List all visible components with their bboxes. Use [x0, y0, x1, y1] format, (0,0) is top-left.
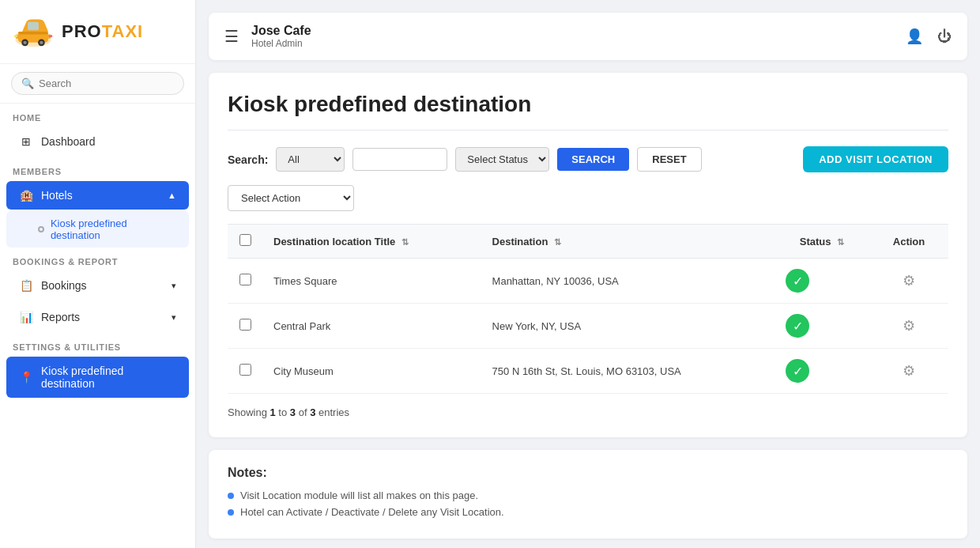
hamburger-menu-icon[interactable]: ☰ [224, 27, 239, 46]
row-checkbox-cell [228, 259, 262, 304]
note-dot-icon [228, 509, 234, 516]
page-title: Kiosk predefined destination [228, 92, 948, 130]
status-select[interactable]: Select Status Active Inactive [455, 147, 549, 172]
svg-rect-10 [14, 35, 17, 37]
row-title: Times Square [262, 259, 481, 304]
reset-button[interactable]: RESET [637, 147, 701, 172]
dashboard-icon: ⊞ [19, 135, 33, 148]
status-active-icon: ✓ [786, 314, 809, 338]
col-checkbox [228, 225, 262, 259]
row-action: ⚙ [869, 349, 948, 394]
col-destination-sort-icon[interactable]: ⇅ [554, 237, 561, 247]
sidebar-item-reports-label: Reports [41, 311, 164, 323]
status-active-icon: ✓ [786, 269, 809, 293]
main-content: ☰ Jose Cafe Hotel Admin 👤 ⏻ Kiosk predef… [196, 0, 980, 548]
bookings-icon: 📋 [19, 279, 33, 292]
sidebar-item-dashboard[interactable]: ⊞ Dashboard [6, 127, 189, 156]
add-visit-location-button[interactable]: ADD VISIT LOCATION [803, 146, 948, 172]
row-checkbox[interactable] [239, 319, 251, 331]
row-destination: New York, NY, USA [481, 304, 775, 349]
row-title: City Museum [262, 349, 481, 394]
topbar-left: ☰ Jose Cafe Hotel Admin [224, 24, 311, 49]
topbar-user-info: Jose Cafe Hotel Admin [251, 24, 311, 49]
sidebar-item-bookings[interactable]: 📋 Bookings ▾ [6, 271, 189, 300]
row-action: ⚙ [869, 304, 948, 349]
section-members-label: MEMBERS [0, 157, 195, 180]
svg-rect-6 [28, 22, 39, 30]
logo-text: PROTAXI [62, 21, 143, 42]
search-text-input[interactable] [352, 148, 447, 171]
sidebar-item-reports[interactable]: 📊 Reports ▾ [6, 303, 189, 331]
col-action: Action [869, 225, 948, 259]
col-title-sort-icon[interactable]: ⇅ [401, 237, 409, 247]
notes-title: Notes: [228, 466, 948, 480]
col-title-label: Destination location Title [273, 236, 395, 248]
col-destination: Destination ⇅ [481, 225, 775, 259]
pagination-text: Showing 1 to 3 of 3 entries [228, 406, 948, 418]
action-gear-icon[interactable]: ⚙ [896, 268, 922, 293]
row-status: ✓ [775, 304, 869, 349]
status-active-icon: ✓ [786, 359, 809, 383]
search-filter-select[interactable]: All Active Inactive [276, 147, 345, 172]
sidebar-item-hotels-label: Hotels [41, 189, 160, 202]
row-status: ✓ [775, 349, 869, 394]
col-status-sort-icon[interactable]: ⇅ [837, 237, 844, 247]
row-destination: Manhattan, NY 10036, USA [481, 259, 775, 304]
row-checkbox-cell [228, 304, 262, 349]
sidebar-subitem-kiosk-label: Kiosk predefined destination [51, 217, 176, 241]
topbar-right: 👤 ⏻ [906, 28, 952, 45]
section-settings-label: SETTINGS & UTILITIES [0, 333, 195, 355]
table-body: Times Square Manhattan, NY 10036, USA ✓ … [228, 259, 948, 394]
action-select[interactable]: Select Action Delete [228, 185, 354, 211]
notes-list: Visit Location module will list all make… [228, 489, 948, 518]
row-checkbox-cell [228, 349, 262, 394]
sidebar-item-kiosk-settings-label: Kiosk predefined destination [41, 365, 176, 390]
table-header-row: Destination location Title ⇅ Destination… [228, 225, 948, 259]
destinations-table: Destination location Title ⇅ Destination… [228, 224, 948, 394]
action-gear-icon[interactable]: ⚙ [896, 358, 922, 384]
row-status: ✓ [775, 259, 869, 304]
svg-rect-11 [49, 35, 52, 37]
sidebar-search-icon: 🔍 [21, 77, 34, 89]
row-checkbox[interactable] [239, 364, 251, 376]
table-row: Central Park New York, NY, USA ✓ ⚙ [228, 304, 948, 349]
note-text: Hotel can Activate / Deactivate / Delete… [240, 506, 504, 518]
topbar: ☰ Jose Cafe Hotel Admin 👤 ⏻ [209, 13, 967, 60]
action-select-wrap: Select Action Delete [228, 185, 948, 211]
sidebar-item-hotels[interactable]: 🏨 Hotels ▲ [6, 181, 189, 210]
sidebar-search-input[interactable] [39, 77, 174, 89]
power-icon[interactable]: ⏻ [937, 28, 952, 45]
sidebar-subitem-kiosk[interactable]: Kiosk predefined destination [6, 211, 189, 248]
row-checkbox[interactable] [239, 274, 251, 285]
note-text: Visit Location module will list all make… [240, 489, 478, 501]
row-title: Central Park [262, 304, 481, 349]
logo-car-icon [13, 11, 54, 52]
kiosk-sub-dot-icon [38, 226, 44, 232]
search-label: Search: [228, 153, 268, 166]
note-item: Hotel can Activate / Deactivate / Delete… [228, 506, 948, 518]
reports-chevron-icon: ▾ [172, 312, 176, 323]
sidebar-search-wrap[interactable]: 🔍 [11, 72, 184, 95]
topbar-user-name: Jose Cafe [251, 24, 311, 38]
section-bookings-label: BOOKINGS & REPORT [0, 248, 195, 270]
kiosk-settings-icon: 📍 [19, 371, 33, 384]
svg-rect-7 [18, 32, 48, 34]
note-item: Visit Location module will list all make… [228, 489, 948, 501]
search-bar: Search: All Active Inactive Select Statu… [228, 146, 948, 172]
hotels-icon: 🏨 [19, 189, 33, 202]
col-action-label: Action [893, 236, 925, 248]
note-dot-icon [228, 493, 234, 499]
topbar-user-role: Hotel Admin [251, 38, 311, 49]
col-status: Status ⇅ [775, 225, 869, 259]
svg-point-3 [23, 41, 26, 44]
content-card: Kiosk predefined destination Search: All… [209, 73, 967, 437]
user-profile-icon[interactable]: 👤 [906, 28, 923, 45]
sidebar-item-kiosk-settings[interactable]: 📍 Kiosk predefined destination [6, 357, 189, 398]
table-row: Times Square Manhattan, NY 10036, USA ✓ … [228, 259, 948, 304]
sidebar-search-section: 🔍 [0, 64, 195, 104]
search-button[interactable]: SEARCH [557, 148, 629, 171]
section-home-label: HOME [0, 104, 195, 126]
select-all-checkbox[interactable] [239, 234, 251, 246]
hotels-chevron-icon: ▲ [168, 191, 176, 200]
action-gear-icon[interactable]: ⚙ [896, 313, 922, 338]
